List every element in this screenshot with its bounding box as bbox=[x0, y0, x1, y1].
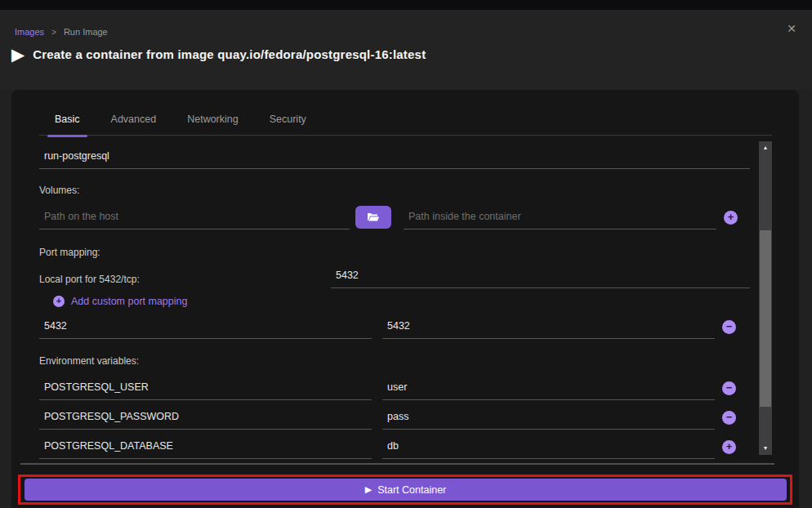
add-volume-icon[interactable]: + bbox=[724, 211, 738, 225]
window-titlebar bbox=[0, 0, 812, 10]
env-var-row: + bbox=[39, 436, 750, 459]
browse-folder-button[interactable] bbox=[355, 206, 391, 229]
remove-env-var-icon[interactable]: − bbox=[722, 381, 736, 395]
env-var-row: − bbox=[39, 377, 750, 400]
tab-networking[interactable]: Networking bbox=[172, 109, 254, 136]
volume-container-path-input[interactable] bbox=[404, 207, 716, 229]
volume-host-path-input[interactable] bbox=[39, 207, 350, 229]
port-mapping-label: Port mapping: bbox=[39, 247, 750, 258]
remove-env-var-icon[interactable]: − bbox=[722, 411, 736, 425]
breadcrumb-current: Run Image bbox=[64, 27, 108, 37]
local-port-label: Local port for 5432/tcp: bbox=[39, 269, 331, 285]
local-port-input[interactable] bbox=[331, 265, 750, 288]
env-value-input[interactable] bbox=[382, 377, 715, 400]
add-custom-port-mapping-link[interactable]: + Add custom port mapping bbox=[53, 296, 750, 307]
folder-icon bbox=[367, 212, 380, 222]
tab-security[interactable]: Security bbox=[254, 109, 322, 136]
tabstrip: Basic Advanced Networking Security bbox=[39, 109, 772, 136]
container-name-input[interactable] bbox=[39, 146, 750, 169]
scroll-down-icon[interactable]: ▼ bbox=[759, 443, 772, 454]
play-icon: ▶ bbox=[365, 485, 372, 494]
start-container-button[interactable]: ▶ Start Container bbox=[25, 479, 787, 501]
volume-row: + bbox=[39, 206, 750, 229]
custom-port-container-input[interactable] bbox=[382, 316, 715, 339]
add-custom-port-label: Add custom port mapping bbox=[71, 296, 187, 307]
breadcrumb-images-link[interactable]: Images bbox=[15, 27, 44, 37]
dialog-header: Images > Run Image ✕ ▶ Create a containe… bbox=[0, 10, 812, 90]
page-title: Create a container from image quay.io/fe… bbox=[33, 47, 426, 61]
env-value-input[interactable] bbox=[382, 436, 715, 459]
add-custom-port-icon[interactable]: + bbox=[53, 296, 65, 307]
env-var-row: − bbox=[39, 407, 750, 430]
env-name-input[interactable] bbox=[39, 407, 372, 430]
custom-port-host-input[interactable] bbox=[39, 316, 372, 339]
env-name-input[interactable] bbox=[39, 377, 372, 400]
play-icon: ▶ bbox=[11, 46, 25, 63]
local-port-row: Local port for 5432/tcp: bbox=[39, 265, 750, 288]
scrollbar-thumb[interactable] bbox=[760, 230, 771, 407]
env-value-input[interactable] bbox=[382, 407, 715, 430]
volumes-label: Volumes: bbox=[39, 185, 750, 196]
title-row: ▶ Create a container from image quay.io/… bbox=[11, 46, 426, 63]
env-name-input[interactable] bbox=[39, 436, 372, 459]
breadcrumb-separator: > bbox=[51, 28, 56, 37]
run-image-panel: Basic Advanced Networking Security Volum… bbox=[11, 90, 799, 508]
start-container-label: Start Container bbox=[377, 484, 446, 496]
tab-basic[interactable]: Basic bbox=[39, 109, 96, 136]
custom-port-row: − bbox=[39, 316, 750, 339]
close-icon[interactable]: ✕ bbox=[787, 23, 796, 34]
remove-custom-port-icon[interactable]: − bbox=[722, 320, 736, 334]
environment-variables-label: Environment variables: bbox=[39, 355, 750, 367]
add-env-var-icon[interactable]: + bbox=[722, 440, 736, 454]
footer-divider bbox=[20, 463, 774, 465]
scroll-up-icon[interactable]: ▲ bbox=[759, 142, 772, 154]
breadcrumb: Images > Run Image bbox=[15, 27, 108, 37]
basic-tab-content: Volumes: + Port mapping: Local port for … bbox=[39, 139, 750, 459]
tab-advanced[interactable]: Advanced bbox=[96, 109, 172, 136]
vertical-scrollbar[interactable]: ▲ ▼ bbox=[759, 141, 772, 455]
